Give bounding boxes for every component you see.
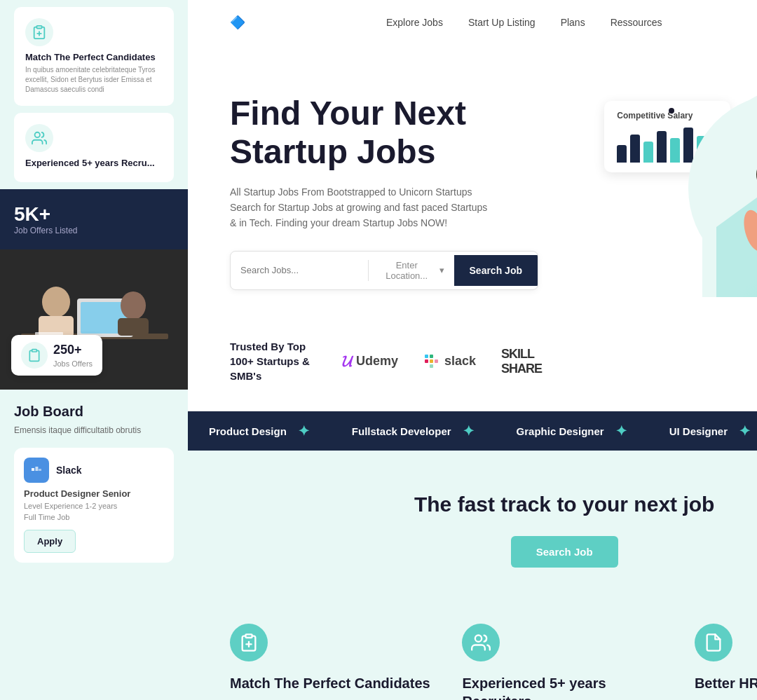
svg-rect-13 — [32, 350, 37, 352]
svg-point-10 — [121, 291, 146, 320]
trusted-label: Trusted By Top 100+ Startups & SMB's — [230, 339, 314, 383]
bar-1 — [617, 145, 627, 163]
feature-card-1: Match The Perfect Candidates In quibus a… — [230, 624, 434, 700]
svg-rect-35 — [430, 359, 433, 363]
slack-logo: slack — [423, 353, 476, 370]
dark-stat-num: 5K+ — [14, 203, 174, 226]
mini-card-title-2: Experienced 5+ years Recru... — [25, 158, 155, 168]
ticker-star-2: ✦ — [463, 423, 475, 439]
ticker-star-3: ✦ — [615, 423, 627, 439]
features-section: Match The Perfect Candidates In quibus a… — [188, 596, 757, 700]
company-name: Slack — [56, 465, 82, 476]
job-card-header: Slack — [24, 458, 164, 483]
dark-stat-label: Job Offers Listed — [14, 226, 174, 235]
ticker-item-4: UI Designer ✦ — [648, 423, 757, 439]
ticker-star-1: ✦ — [298, 423, 310, 439]
svg-point-8 — [42, 287, 70, 317]
svg-point-3 — [35, 132, 40, 137]
mini-card-match: Match The Perfect Candidates In quibus a… — [14, 7, 174, 106]
clipboard-icon — [25, 18, 53, 46]
udemy-logo: 𝓤 Udemy — [342, 352, 398, 371]
ticker-item-1: Product Design ✦ — [188, 423, 331, 439]
svg-point-41 — [475, 636, 482, 642]
ticker-label-2: Fullstack Developer — [352, 425, 451, 437]
photo-badge-label: Jobs Offers — [53, 359, 93, 369]
job-board-panel: Job Board Emensis itaque difficultatib o… — [0, 390, 188, 577]
feature-card-3: Better HR Recruiting Process In quibus a… — [695, 624, 757, 700]
apply-button[interactable]: Apply — [24, 530, 76, 553]
photo-badge-text: 250+ Jobs Offers — [53, 342, 93, 369]
chevron-down-icon: ▾ — [439, 265, 444, 275]
job-title: Product Designer Senior — [24, 488, 164, 499]
location-dropdown[interactable]: Enter Location... ▾ — [369, 252, 454, 289]
mini-card-desc-1: In quibus amoenitate celebritateque Tyro… — [25, 65, 163, 95]
feature-icon-1 — [230, 624, 268, 661]
mini-card-experienced: Experienced 5+ years Recru... — [14, 113, 174, 182]
ticker-star-4: ✦ — [739, 423, 751, 439]
ticker-item-2: Fullstack Developer ✦ — [331, 423, 496, 439]
bar-2 — [630, 135, 640, 163]
svg-rect-36 — [435, 359, 438, 363]
bar-4 — [657, 131, 667, 163]
hero-search-bar: Enter Location... ▾ Search Job — [230, 251, 538, 290]
ticker-bar: Product Design ✦ Fullstack Developer ✦ G… — [188, 411, 757, 451]
svg-rect-0 — [36, 26, 41, 29]
svg-rect-11 — [118, 318, 149, 336]
svg-rect-34 — [430, 355, 433, 358]
hero-title: Find Your Next Startup Jobs — [230, 94, 604, 171]
salary-title: Competitive Salary — [617, 111, 718, 121]
job-board-desc: Emensis itaque difficultatib obrutis — [14, 424, 174, 437]
svg-rect-37 — [430, 364, 433, 368]
badge-clipboard-icon — [21, 342, 48, 369]
navbar: 🔷 Explore Jobs Start Up Listing Plans Re… — [188, 0, 757, 45]
feature-card-2: Experienced 5+ years Recruiters In quibu… — [462, 624, 666, 700]
mini-card-title-1: Match The Perfect Candidates — [25, 52, 156, 62]
fast-track-search-btn[interactable]: Search Job — [511, 536, 618, 568]
location-text: Enter Location... — [378, 260, 435, 281]
svg-rect-38 — [245, 634, 252, 638]
ticker-label-4: UI Designer — [669, 425, 728, 437]
photo-badge-num: 250+ — [53, 342, 93, 358]
job-card: Slack Product Designer Senior Level Expe… — [14, 448, 174, 563]
hero-desc: All Startup Jobs From Bootstrapped to Un… — [230, 184, 496, 231]
photo-panel: 250+ Jobs Offers — [0, 249, 188, 390]
feature-title-2: Experienced 5+ years Recruiters — [462, 674, 666, 700]
svg-rect-33 — [425, 355, 428, 358]
hero-left: Find Your Next Startup Jobs All Startup … — [230, 94, 604, 290]
company-logo — [24, 458, 49, 483]
job-meta: Level Experience 1-2 years — [24, 502, 164, 510]
trusted-section: Trusted By Top 100+ Startups & SMB's 𝓤 U… — [188, 339, 757, 411]
nav-link-startup[interactable]: Start Up Listing — [468, 17, 536, 28]
feature-icon-3 — [695, 624, 732, 661]
job-board-title: Job Board — [14, 404, 174, 420]
skillshare-logo: SKILLSHARE — [501, 347, 542, 376]
search-job-button[interactable]: Search Job — [454, 255, 538, 286]
svg-rect-15 — [32, 468, 34, 471]
feature-title-1: Match The Perfect Candidates — [230, 674, 434, 692]
ticker-inner: Product Design ✦ Fullstack Developer ✦ G… — [188, 423, 757, 439]
nav-logo: 🔷 — [230, 15, 245, 30]
nav-link-explore[interactable]: Explore Jobs — [386, 17, 443, 28]
nav-link-resources[interactable]: Ressources — [611, 17, 662, 28]
fast-track-title: The fast track to your next job — [230, 493, 757, 516]
hero-title-line2: Startup Jobs — [230, 133, 435, 170]
hero-title-line1: Find Your Next — [230, 95, 466, 132]
people-icon — [25, 124, 53, 152]
photo-badge: 250+ Jobs Offers — [11, 335, 102, 376]
feature-icon-2 — [462, 624, 500, 661]
nav-link-plans[interactable]: Plans — [561, 17, 585, 28]
job-type: Full Time Job — [24, 513, 164, 521]
fast-track-section: The fast track to your next job Search J… — [188, 451, 757, 596]
hero-section: Find Your Next Startup Jobs All Startup … — [188, 45, 757, 339]
svg-rect-17 — [39, 469, 41, 471]
ticker-item-3: Graphic Designer ✦ — [496, 423, 648, 439]
ticker-label-3: Graphic Designer — [517, 425, 604, 437]
bar-6 — [683, 128, 693, 163]
ticker-label-1: Product Design — [209, 425, 287, 437]
dark-stat-panel: 5K+ Job Offers Listed — [0, 189, 188, 249]
search-jobs-input[interactable] — [231, 256, 368, 284]
trusted-logos: 𝓤 Udemy slack S — [342, 347, 542, 376]
nav-links: Explore Jobs Start Up Listing Plans Ress… — [386, 17, 662, 28]
hero-right: Competitive Salary — [604, 87, 757, 297]
bar-5 — [670, 138, 680, 163]
